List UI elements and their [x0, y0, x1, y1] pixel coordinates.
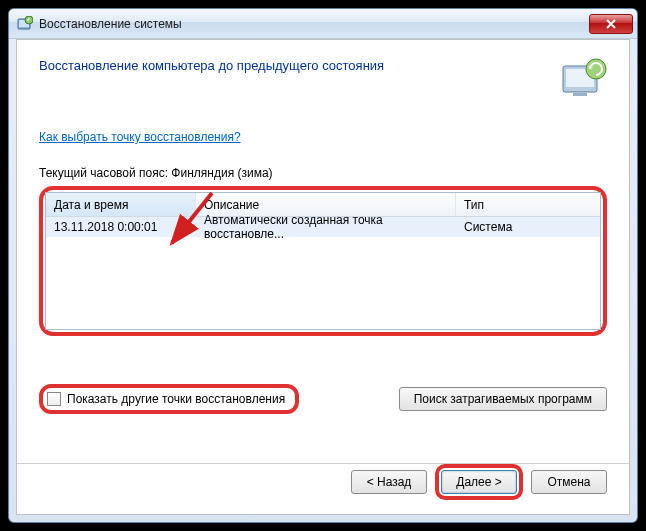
column-header-type[interactable]: Тип: [456, 193, 600, 216]
show-more-checkbox-label[interactable]: Показать другие точки восстановления: [67, 392, 285, 406]
window-title: Восстановление системы: [39, 17, 589, 31]
show-more-checkbox-highlight: Показать другие точки восстановления: [39, 384, 299, 414]
restore-icon: [559, 58, 607, 98]
cell-date: 13.11.2018 0:00:01: [46, 217, 196, 237]
next-button[interactable]: Далее >: [441, 470, 517, 494]
close-button[interactable]: [589, 14, 633, 34]
restore-points-table-highlight: Дата и время Описание Тип 13.11.2018 0:0…: [39, 186, 607, 336]
timezone-label: Текущий часовой пояс: Финляндия (зима): [39, 166, 607, 180]
restore-points-table[interactable]: Дата и время Описание Тип 13.11.2018 0:0…: [45, 192, 601, 330]
column-header-date[interactable]: Дата и время: [46, 193, 196, 216]
wizard-buttons: < Назад Далее > Отмена: [351, 464, 607, 500]
app-icon: [17, 16, 33, 32]
titlebar[interactable]: Восстановление системы: [9, 9, 637, 39]
next-button-highlight: Далее >: [435, 464, 523, 500]
scan-affected-programs-button[interactable]: Поиск затрагиваемых программ: [399, 387, 607, 411]
cell-type: Система: [456, 217, 600, 237]
cell-description: Автоматически созданная точка восстановл…: [196, 217, 456, 237]
svg-rect-5: [573, 93, 587, 96]
cancel-button[interactable]: Отмена: [531, 470, 607, 494]
page-heading: Восстановление компьютера до предыдущего…: [39, 58, 384, 73]
content-pane: Восстановление компьютера до предыдущего…: [16, 39, 630, 515]
system-restore-window: Восстановление системы Восстановление ко…: [8, 8, 638, 523]
help-link[interactable]: Как выбрать точку восстановления?: [39, 130, 241, 144]
back-button[interactable]: < Назад: [351, 470, 427, 494]
show-more-checkbox[interactable]: [47, 392, 61, 406]
table-row[interactable]: 13.11.2018 0:00:01 Автоматически созданн…: [46, 217, 600, 237]
